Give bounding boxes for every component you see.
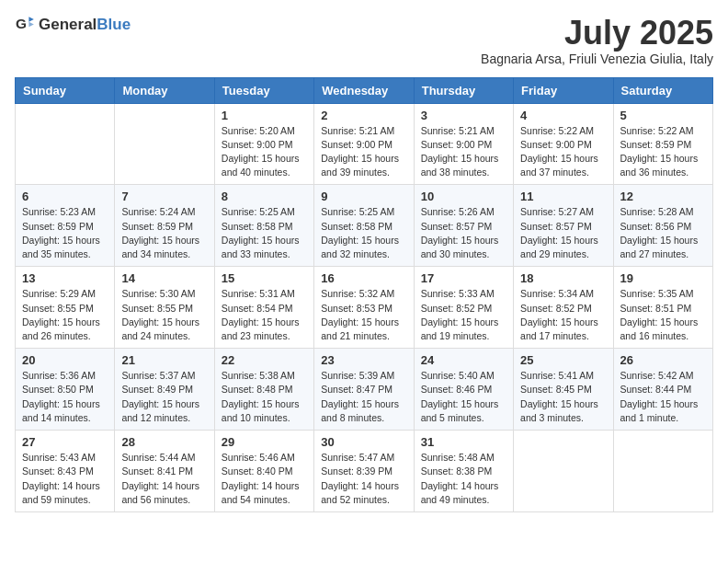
location-title: Bagnaria Arsa, Friuli Venezia Giulia, It… <box>481 52 713 66</box>
column-header-saturday: Saturday <box>613 77 712 103</box>
day-number: 2 <box>321 109 406 122</box>
calendar-cell: 3Sunrise: 5:21 AM Sunset: 9:00 PM Daylig… <box>414 103 513 185</box>
day-info: Sunrise: 5:25 AM Sunset: 8:58 PM Dayligh… <box>321 205 406 261</box>
calendar-cell: 20Sunrise: 5:36 AM Sunset: 8:50 PM Dayli… <box>16 349 115 431</box>
logo-general: General <box>39 16 97 33</box>
day-info: Sunrise: 5:35 AM Sunset: 8:51 PM Dayligh… <box>620 287 706 343</box>
calendar-cell <box>514 431 613 512</box>
calendar-cell: 14Sunrise: 5:30 AM Sunset: 8:55 PM Dayli… <box>115 267 214 349</box>
calendar-table: SundayMondayTuesdayWednesdayThursdayFrid… <box>15 77 713 512</box>
week-row-5: 27Sunrise: 5:43 AM Sunset: 8:43 PM Dayli… <box>16 431 713 512</box>
month-title: July 2025 <box>481 15 713 52</box>
calendar-cell: 25Sunrise: 5:41 AM Sunset: 8:45 PM Dayli… <box>514 349 613 431</box>
day-info: Sunrise: 5:36 AM Sunset: 8:50 PM Dayligh… <box>22 369 108 425</box>
calendar-cell: 12Sunrise: 5:28 AM Sunset: 8:56 PM Dayli… <box>613 185 712 267</box>
day-number: 31 <box>421 435 506 449</box>
calendar-cell: 6Sunrise: 5:23 AM Sunset: 8:59 PM Daylig… <box>16 185 115 267</box>
day-number: 10 <box>421 190 506 203</box>
day-number: 30 <box>321 435 406 449</box>
day-info: Sunrise: 5:29 AM Sunset: 8:55 PM Dayligh… <box>22 287 108 343</box>
day-number: 4 <box>520 109 606 122</box>
day-number: 20 <box>22 353 108 367</box>
day-info: Sunrise: 5:26 AM Sunset: 8:57 PM Dayligh… <box>421 205 506 261</box>
calendar-header-row: SundayMondayTuesdayWednesdayThursdayFrid… <box>16 77 713 103</box>
calendar-cell: 1Sunrise: 5:20 AM Sunset: 9:00 PM Daylig… <box>214 103 313 185</box>
day-info: Sunrise: 5:42 AM Sunset: 8:44 PM Dayligh… <box>620 369 706 425</box>
column-header-tuesday: Tuesday <box>214 77 313 103</box>
calendar-cell: 18Sunrise: 5:34 AM Sunset: 8:52 PM Dayli… <box>514 267 613 349</box>
column-header-friday: Friday <box>514 77 613 103</box>
calendar-cell: 2Sunrise: 5:21 AM Sunset: 9:00 PM Daylig… <box>314 103 414 185</box>
day-info: Sunrise: 5:25 AM Sunset: 8:58 PM Dayligh… <box>222 205 307 261</box>
day-number: 29 <box>222 435 307 449</box>
day-info: Sunrise: 5:21 AM Sunset: 9:00 PM Dayligh… <box>421 124 506 180</box>
calendar-cell: 15Sunrise: 5:31 AM Sunset: 8:54 PM Dayli… <box>214 267 313 349</box>
day-number: 27 <box>22 435 108 449</box>
calendar-cell: 22Sunrise: 5:38 AM Sunset: 8:48 PM Dayli… <box>214 349 313 431</box>
day-info: Sunrise: 5:22 AM Sunset: 8:59 PM Dayligh… <box>620 124 706 180</box>
day-info: Sunrise: 5:48 AM Sunset: 8:38 PM Dayligh… <box>421 451 506 507</box>
column-header-wednesday: Wednesday <box>314 77 414 103</box>
calendar-cell: 23Sunrise: 5:39 AM Sunset: 8:47 PM Dayli… <box>314 349 414 431</box>
week-row-2: 6Sunrise: 5:23 AM Sunset: 8:59 PM Daylig… <box>16 185 713 267</box>
day-number: 5 <box>620 109 706 122</box>
day-info: Sunrise: 5:33 AM Sunset: 8:52 PM Dayligh… <box>421 287 506 343</box>
day-number: 24 <box>421 353 506 367</box>
calendar-cell: 17Sunrise: 5:33 AM Sunset: 8:52 PM Dayli… <box>414 267 513 349</box>
day-number: 22 <box>222 353 307 367</box>
day-info: Sunrise: 5:47 AM Sunset: 8:39 PM Dayligh… <box>321 451 406 507</box>
svg-text:G: G <box>16 16 27 31</box>
day-info: Sunrise: 5:44 AM Sunset: 8:41 PM Dayligh… <box>121 451 207 507</box>
day-number: 19 <box>620 271 706 285</box>
day-number: 16 <box>321 271 406 285</box>
day-info: Sunrise: 5:32 AM Sunset: 8:53 PM Dayligh… <box>321 287 406 343</box>
day-info: Sunrise: 5:24 AM Sunset: 8:59 PM Dayligh… <box>121 205 207 261</box>
day-info: Sunrise: 5:22 AM Sunset: 9:00 PM Dayligh… <box>520 124 606 180</box>
day-info: Sunrise: 5:28 AM Sunset: 8:56 PM Dayligh… <box>620 205 706 261</box>
day-number: 26 <box>620 353 706 367</box>
day-number: 9 <box>321 190 406 203</box>
day-info: Sunrise: 5:40 AM Sunset: 8:46 PM Dayligh… <box>421 369 506 425</box>
calendar-cell: 9Sunrise: 5:25 AM Sunset: 8:58 PM Daylig… <box>314 185 414 267</box>
day-info: Sunrise: 5:46 AM Sunset: 8:40 PM Dayligh… <box>222 451 307 507</box>
day-info: Sunrise: 5:21 AM Sunset: 9:00 PM Dayligh… <box>321 124 406 180</box>
calendar-cell: 30Sunrise: 5:47 AM Sunset: 8:39 PM Dayli… <box>314 431 414 512</box>
calendar-cell: 10Sunrise: 5:26 AM Sunset: 8:57 PM Dayli… <box>414 185 513 267</box>
week-row-1: 1Sunrise: 5:20 AM Sunset: 9:00 PM Daylig… <box>16 103 713 185</box>
week-row-4: 20Sunrise: 5:36 AM Sunset: 8:50 PM Dayli… <box>16 349 713 431</box>
calendar-cell: 24Sunrise: 5:40 AM Sunset: 8:46 PM Dayli… <box>414 349 513 431</box>
column-header-monday: Monday <box>115 77 214 103</box>
calendar-cell: 29Sunrise: 5:46 AM Sunset: 8:40 PM Dayli… <box>214 431 313 512</box>
day-number: 13 <box>22 271 108 285</box>
day-number: 23 <box>321 353 406 367</box>
day-number: 8 <box>222 190 307 203</box>
calendar-cell: 5Sunrise: 5:22 AM Sunset: 8:59 PM Daylig… <box>613 103 712 185</box>
page-header: G GeneralBlue July 2025 Bagnaria Arsa, F… <box>15 15 713 66</box>
day-info: Sunrise: 5:37 AM Sunset: 8:49 PM Dayligh… <box>121 369 207 425</box>
calendar-cell: 16Sunrise: 5:32 AM Sunset: 8:53 PM Dayli… <box>314 267 414 349</box>
calendar-cell: 28Sunrise: 5:44 AM Sunset: 8:41 PM Dayli… <box>115 431 214 512</box>
calendar-cell: 31Sunrise: 5:48 AM Sunset: 8:38 PM Dayli… <box>414 431 513 512</box>
calendar-cell <box>613 431 712 512</box>
week-row-3: 13Sunrise: 5:29 AM Sunset: 8:55 PM Dayli… <box>16 267 713 349</box>
day-info: Sunrise: 5:34 AM Sunset: 8:52 PM Dayligh… <box>520 287 606 343</box>
day-number: 3 <box>421 109 506 122</box>
logo-icon: G <box>15 15 35 35</box>
day-number: 6 <box>22 190 108 203</box>
logo: G GeneralBlue <box>15 15 131 35</box>
day-info: Sunrise: 5:30 AM Sunset: 8:55 PM Dayligh… <box>121 287 207 343</box>
day-info: Sunrise: 5:43 AM Sunset: 8:43 PM Dayligh… <box>22 451 108 507</box>
day-number: 14 <box>121 271 207 285</box>
day-info: Sunrise: 5:38 AM Sunset: 8:48 PM Dayligh… <box>222 369 307 425</box>
day-number: 21 <box>121 353 207 367</box>
column-header-sunday: Sunday <box>16 77 115 103</box>
calendar-cell: 4Sunrise: 5:22 AM Sunset: 9:00 PM Daylig… <box>514 103 613 185</box>
calendar-cell: 27Sunrise: 5:43 AM Sunset: 8:43 PM Dayli… <box>16 431 115 512</box>
calendar-cell: 26Sunrise: 5:42 AM Sunset: 8:44 PM Dayli… <box>613 349 712 431</box>
day-info: Sunrise: 5:39 AM Sunset: 8:47 PM Dayligh… <box>321 369 406 425</box>
calendar-cell <box>16 103 115 185</box>
day-number: 25 <box>520 353 606 367</box>
calendar-cell: 7Sunrise: 5:24 AM Sunset: 8:59 PM Daylig… <box>115 185 214 267</box>
day-number: 28 <box>121 435 207 449</box>
day-number: 12 <box>620 190 706 203</box>
